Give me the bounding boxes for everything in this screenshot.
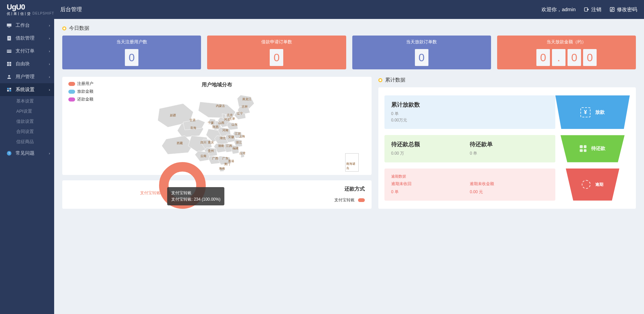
chevron-right-icon: › [49,36,50,40]
svg-rect-11 [9,64,11,66]
legend-swatch [68,82,75,86]
card-title: 当天放款金额（约） [547,39,586,45]
main-content: 今日数据 当天注册用户数0借款申请订单数0当天放款订单数0当天放款金额（约）0.… [54,19,644,314]
nav-pay-order[interactable]: 支付订单› [0,45,54,58]
nanhai-box: 南海诸岛 [345,153,359,172]
card-title: 借款申请订单数 [261,39,292,45]
nav-system-settings[interactable]: 系统设置› [0,83,54,96]
logout-link[interactable]: 注销 [584,6,601,13]
stat-card: 当天放款订单数0 [352,36,491,69]
digit-row: 0 [415,49,428,66]
digit: 0 [568,49,581,66]
sidebar: 工作台› ¥ 借款管理› 支付订单› 自由块› 用户管理› 系统设置› 基本设置… [0,19,54,314]
legend-item[interactable]: 放款金额 [68,89,93,94]
digit-row: 0 [270,49,283,66]
logo-sub2: DELPSHIFT [32,12,54,16]
digit: . [552,49,565,66]
change-password-link[interactable]: 修改密码 [609,6,637,13]
funnel-row-overdue: 逾期数据 逾期未收回 0 单 逾期未收金额 0.00 元 [384,169,630,201]
digit: 0 [270,49,283,66]
cumulative-section-title: 累计数据 [378,77,636,83]
sub-basic[interactable]: 基本设置 [0,96,54,106]
nav-loan-manage[interactable]: ¥ 借款管理› [0,32,54,45]
digit: 0 [415,49,428,66]
pie-legend[interactable]: 支付宝转账 [334,197,365,203]
welcome-text: 欢迎你，admin [541,6,576,13]
nav-faq[interactable]: ? 常见问题› [0,147,54,160]
pie-panel: 还款方式 支付宝转账 支付宝转账 支付宝转账 支付宝转账: 234 (100.0… [62,180,372,209]
svg-point-12 [8,75,10,77]
chevron-right-icon: › [49,62,50,66]
svg-rect-10 [7,64,9,66]
yen-icon: ¥ [580,107,591,117]
svg-rect-8 [7,62,9,64]
sub-api[interactable]: API设置 [0,106,54,116]
chevron-right-icon: › [49,23,50,27]
sub-credit[interactable]: 信征商品 [0,137,54,147]
chevron-right-icon: › [49,75,50,79]
top-header: UgU0 优丨果丨信丨贷 DELPSHIFT 后台管理 欢迎你，admin 注销… [0,0,644,19]
svg-rect-15 [7,90,9,92]
svg-rect-13 [7,88,9,90]
nav-free-block[interactable]: 自由块› [0,58,54,70]
pie-title: 还款方式 [345,186,365,192]
chevron-right-icon: › [49,88,50,92]
pie-legend-swatch [358,198,365,202]
logo-sub1: 优丨果丨信丨贷 [7,12,30,16]
grid4-icon [580,145,586,152]
svg-rect-1 [610,7,614,12]
app-title: 后台管理 [60,6,82,13]
funnel-row-repay: 待还款总额 0.00 万 待还款单 0 单 待还款 [384,135,630,162]
nav-user-manage[interactable]: 用户管理› [0,70,54,83]
legend-item[interactable]: 还款金额 [68,96,93,102]
map-title: 用户地域分布 [67,82,367,88]
user-icon [6,74,12,80]
card-title: 当天放款订单数 [406,39,437,45]
stat-cards-row: 当天注册用户数0借款申请订单数0当天放款订单数0当天放款金额（约）0.00 [62,36,636,69]
svg-rect-9 [9,62,11,64]
stat-card: 当天注册用户数0 [62,36,201,69]
chevron-right-icon: › [49,49,50,53]
digit-row: 0 [125,49,138,66]
question-icon: ? [6,151,12,156]
sub-contract[interactable]: 合同设置 [0,127,54,137]
logout-icon [584,7,589,12]
windows-icon [6,87,12,92]
map-panel: 注册用户放款金额还款金额 用户地域分布 [62,77,372,175]
chevron-right-icon: › [49,151,50,155]
digit: 0 [583,49,597,66]
grid-icon [6,61,12,67]
stat-card: 借款申请订单数0 [207,36,346,69]
logo-text: UgU0 [7,3,54,12]
funnel-panel: 累计放款数 0 单 0.00万元 ¥ 放款 待还款总额 [378,87,636,209]
legend-swatch [68,97,75,102]
pie-slice-label: 支付宝转账 [140,190,160,196]
pie-tooltip: 支付宝转账 支付宝转账: 234 (100.00%) [167,187,224,205]
legend-item[interactable]: 注册用户 [68,81,93,87]
bullet-icon [378,78,382,82]
nav-workbench[interactable]: 工作台› [0,19,54,32]
pie-leader-line [160,194,167,194]
svg-rect-14 [9,88,11,90]
sub-loan[interactable]: 借款设置 [0,116,54,127]
doc-yen-icon: ¥ [6,36,12,41]
svg-rect-3 [8,27,10,27]
svg-rect-2 [7,24,11,27]
card-icon [6,48,12,54]
map-legend[interactable]: 注册用户放款金额还款金额 [68,81,93,104]
monitor-icon [6,23,12,28]
svg-rect-16 [9,90,11,92]
legend-swatch [68,90,75,94]
svg-text:?: ? [8,152,10,155]
digit-row: 0.00 [536,49,597,66]
bullet-icon [62,26,66,30]
digit: 0 [536,49,550,66]
card-title: 当天注册用户数 [116,39,147,45]
funnel-row-loan: 累计放款数 0 单 0.00万元 ¥ 放款 [384,95,630,129]
stamp-icon [582,180,591,189]
logo: UgU0 优丨果丨信丨贷 DELPSHIFT 后台管理 [7,3,82,16]
edit-icon [609,7,615,12]
digit: 0 [125,49,138,66]
svg-rect-7 [7,51,11,51]
today-section-title: 今日数据 [62,25,636,31]
